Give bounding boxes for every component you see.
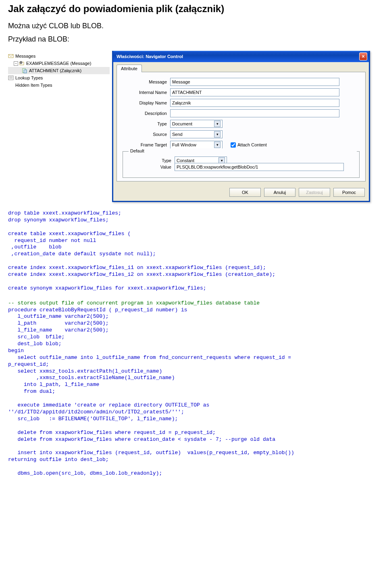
attachment-icon — [22, 68, 27, 73]
svg-rect-4 — [24, 70, 27, 73]
internal-name-field[interactable] — [170, 88, 339, 96]
intro-text: Można użyć CLOB lub BLOB. — [8, 22, 379, 30]
label-message: Message — [123, 79, 167, 84]
dialog-title: Właściwości: Navigator Control — [117, 54, 359, 59]
tree-label: Hidden Item Types — [15, 83, 52, 88]
description-field[interactable] — [170, 109, 339, 117]
chevron-down-icon[interactable]: ▾ — [214, 142, 221, 148]
page-title: Jak załączyć do powiadomienia plik (załą… — [8, 3, 379, 15]
tree-item-hidden[interactable]: Hidden Item Types — [8, 81, 110, 89]
label-default-type: Type — [127, 158, 171, 163]
tree-item-attachment[interactable]: ATTACHMENT (Załącznik) — [8, 67, 110, 74]
source-value: Send — [172, 132, 183, 137]
label-internal: Internal Name — [123, 90, 167, 95]
default-legend: Default — [129, 148, 357, 153]
label-description: Description — [123, 111, 167, 116]
list-icon — [8, 75, 14, 81]
tab-attribute[interactable]: Attribute — [117, 65, 142, 72]
properties-dialog: Właściwości: Navigator Control × Attribu… — [112, 51, 370, 202]
label-value: Value — [127, 165, 171, 169]
default-fieldset: Default Type Constant ▾ Value — [123, 151, 360, 178]
chevron-down-icon[interactable]: ▾ — [214, 131, 221, 138]
default-type-value: Constant — [177, 158, 194, 163]
tree-item-examplemessage[interactable]: − EXAMPLEMESSAGE (Message) — [8, 60, 110, 67]
type-value: Document — [172, 121, 192, 126]
ok-button[interactable]: OK — [229, 188, 261, 197]
tree-item-messages[interactable]: Messages — [8, 52, 110, 60]
help-button[interactable]: Pomoc — [333, 188, 365, 197]
frame-value: Full Window — [172, 142, 196, 147]
label-frame: Frame Target — [123, 142, 167, 147]
label-type: Type — [123, 121, 167, 126]
message-tree[interactable]: Messages − EXAMPLEMESSAGE (Message) ATTA… — [8, 51, 110, 202]
label-display: Display Name — [123, 100, 167, 105]
svg-point-2 — [20, 61, 22, 64]
apply-button[interactable]: Zastosuj — [299, 188, 330, 197]
sql-code-block-2: -- stores output file of concurrent prog… — [8, 300, 379, 477]
message-field[interactable] — [170, 78, 339, 86]
tree-label: Messages — [15, 54, 35, 58]
dialog-titlebar: Właściwości: Navigator Control × — [113, 51, 369, 62]
attach-content-label: Attach Content — [237, 142, 267, 147]
display-name-field[interactable] — [170, 99, 339, 107]
cancel-button[interactable]: Anuluj — [264, 188, 295, 197]
value-field[interactable] — [175, 163, 344, 171]
tree-label: ATTACHMENT (Załącznik) — [29, 68, 81, 73]
blank-icon — [8, 82, 14, 88]
source-combo[interactable]: Send ▾ — [170, 130, 223, 138]
example-label: Przykład na BLOB: — [8, 35, 379, 44]
tree-label: EXAMPLEMESSAGE (Message) — [26, 61, 91, 66]
collapse-icon[interactable]: − — [14, 61, 18, 66]
tree-label: Lookup Types — [15, 75, 43, 80]
close-button[interactable]: × — [359, 52, 367, 60]
label-source: Source — [123, 132, 167, 137]
chevron-down-icon[interactable]: ▾ — [214, 121, 221, 127]
tree-item-lookup[interactable]: Lookup Types — [8, 74, 110, 81]
frame-combo[interactable]: Full Window ▾ — [170, 141, 223, 149]
envelope-icon — [8, 53, 14, 59]
gear-envelope-icon — [19, 60, 25, 66]
attach-content-checkbox[interactable] — [231, 142, 236, 148]
sql-code-block-1: drop table xxext.xxapworkflow_files; dro… — [8, 210, 379, 292]
svg-rect-5 — [8, 76, 13, 80]
type-combo[interactable]: Document ▾ — [170, 120, 223, 128]
